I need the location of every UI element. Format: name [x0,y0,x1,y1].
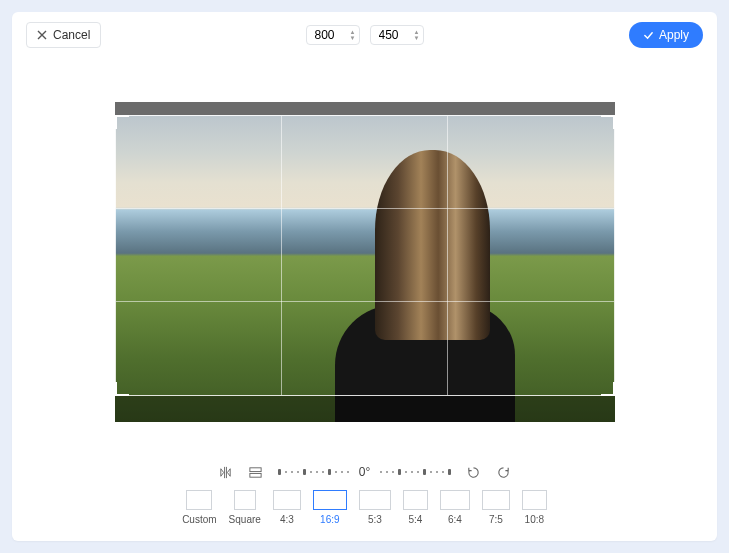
ratio-label: 6:4 [448,514,462,525]
ratio-box-icon [234,490,256,510]
height-input[interactable] [379,28,409,42]
flip-horizontal-icon[interactable] [218,464,234,480]
ratio-label: Custom [182,514,216,525]
aspect-ratio-row: CustomSquare4:316:95:35:46:47:510:8 [182,490,547,525]
check-icon [643,30,654,41]
ratio-option-custom[interactable]: Custom [182,490,216,525]
crop-handle-tr[interactable] [601,115,615,129]
ratio-option-5-4[interactable]: 5:4 [403,490,428,525]
chevron-down-icon[interactable]: ▼ [413,35,421,41]
angle-value: 0° [359,465,370,479]
ratio-box-icon [522,490,547,510]
top-bar: Cancel ▲ ▼ ▲ ▼ Apply [12,12,717,59]
ratio-label: 4:3 [280,514,294,525]
bottom-controls: 0° CustomSquare4:316:95:35:46:47:510:8 [12,454,717,541]
canvas-area [12,59,717,454]
crop-handle-tl[interactable] [115,115,129,129]
ratio-label: 7:5 [489,514,503,525]
ratio-option-5-3[interactable]: 5:3 [359,490,391,525]
apply-button[interactable]: Apply [629,22,703,48]
ratio-label: Square [229,514,261,525]
width-field[interactable]: ▲ ▼ [306,25,360,45]
crop-handle-bl[interactable] [115,382,129,396]
close-icon [37,30,47,40]
ratio-option-6-4[interactable]: 6:4 [440,490,470,525]
ratio-option-10-8[interactable]: 10:8 [522,490,547,525]
grid-line [116,301,614,302]
width-stepper[interactable]: ▲ ▼ [349,29,357,41]
rotate-right-icon[interactable] [495,464,511,480]
ratio-label: 5:4 [408,514,422,525]
dimension-controls: ▲ ▼ ▲ ▼ [306,25,424,45]
cancel-label: Cancel [53,28,90,42]
svg-rect-0 [250,467,261,471]
ratio-label: 10:8 [525,514,544,525]
width-input[interactable] [315,28,345,42]
ratio-label: 5:3 [368,514,382,525]
ratio-option-4-3[interactable]: 4:3 [273,490,301,525]
height-field[interactable]: ▲ ▼ [370,25,424,45]
ratio-box-icon [273,490,301,510]
ratio-option-square[interactable]: Square [229,490,261,525]
cancel-button[interactable]: Cancel [26,22,101,48]
crop-dim-overlay [115,396,615,422]
apply-label: Apply [659,28,689,42]
ratio-box-icon [186,490,212,510]
angle-slider[interactable]: 0° [278,465,451,479]
grid-line [116,208,614,209]
chevron-down-icon[interactable]: ▼ [349,35,357,41]
rotation-row: 0° [218,464,511,480]
ratio-box-icon [482,490,510,510]
ratio-box-icon [403,490,428,510]
rotate-left-icon[interactable] [465,464,481,480]
ratio-option-7-5[interactable]: 7:5 [482,490,510,525]
grid-line [447,116,448,395]
crop-handle-br[interactable] [601,382,615,396]
ratio-option-16-9[interactable]: 16:9 [313,490,347,525]
ratio-box-icon [440,490,470,510]
height-stepper[interactable]: ▲ ▼ [413,29,421,41]
crop-overlay[interactable] [115,115,615,396]
flip-vertical-icon[interactable] [248,464,264,480]
ratio-label: 16:9 [320,514,339,525]
grid-line [281,116,282,395]
ratio-box-icon [359,490,391,510]
image-crop-editor: Cancel ▲ ▼ ▲ ▼ Apply [12,12,717,541]
svg-rect-1 [250,473,261,477]
ratio-box-icon [313,490,347,510]
image-frame[interactable] [115,102,615,422]
